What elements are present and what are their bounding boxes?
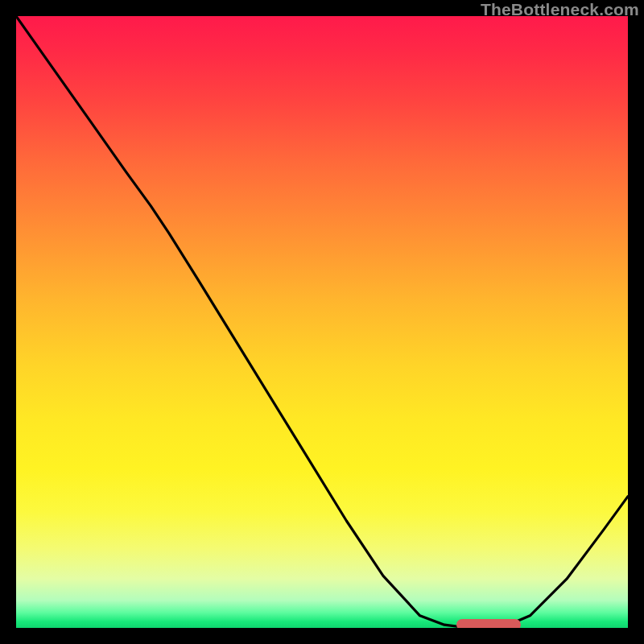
- plot-area: [16, 16, 628, 628]
- optimal-range-marker: [456, 619, 521, 628]
- chart-frame: TheBottleneck.com: [0, 0, 644, 644]
- curve-svg: [16, 16, 628, 628]
- bottleneck-curve-path: [16, 16, 628, 628]
